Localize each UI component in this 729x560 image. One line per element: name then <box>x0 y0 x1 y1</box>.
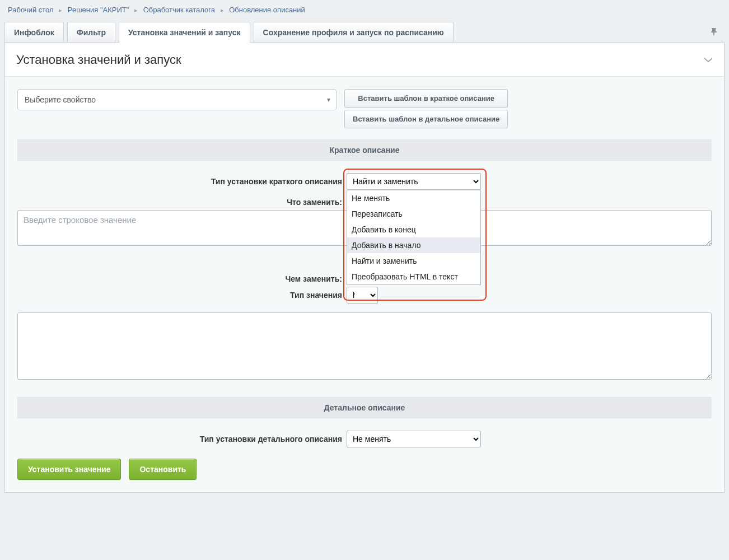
panel: Установка значений и запуск Выберите сво… <box>4 43 725 493</box>
insert-template-detail-button[interactable]: Вставить шаблон в детальное описание <box>344 110 508 128</box>
chevron-down-icon[interactable] <box>704 56 713 64</box>
pin-icon[interactable] <box>710 27 725 38</box>
tab-set-values-run[interactable]: Установка значений и запуск <box>119 22 250 43</box>
breadcrumb-item-solutions[interactable]: Решения "АКРИТ" <box>68 6 129 14</box>
dropdown-option[interactable]: Добавить в конец <box>347 222 480 237</box>
dropdown-option[interactable]: Добавить в начало <box>347 237 480 253</box>
stop-button[interactable]: Остановить <box>129 459 197 480</box>
short-desc-type-select[interactable]: Найти и заменить <box>347 173 481 190</box>
dropdown-option[interactable]: Преобразовать HTML в текст <box>347 269 480 284</box>
breadcrumb-sep: ▸ <box>221 7 224 13</box>
with-replace-label: Чем заменить: <box>17 274 342 283</box>
breadcrumb-item-update-descriptions[interactable]: Обновление описаний <box>229 6 305 14</box>
breadcrumb-sep: ▸ <box>134 7 138 13</box>
dropdown-option[interactable]: Найти и заменить <box>347 253 480 269</box>
template-button-stack: Вставить шаблон в краткое описание Встав… <box>344 89 508 128</box>
what-replace-label: Что заменить: <box>17 198 342 207</box>
with-replace-textarea[interactable] <box>17 312 712 380</box>
breadcrumb-item-desktop[interactable]: Рабочий стол <box>8 6 54 14</box>
set-value-button[interactable]: Установить значение <box>17 459 121 480</box>
breadcrumb: Рабочий стол ▸ Решения "АКРИТ" ▸ Обработ… <box>0 0 729 22</box>
detail-description-header: Детальное описание <box>17 397 712 418</box>
value-type-label: Тип значения <box>17 291 342 300</box>
detail-desc-type-select[interactable]: Не менять <box>347 431 481 447</box>
value-type-select[interactable]: html <box>347 287 378 304</box>
select-property[interactable]: Выберите свойство <box>17 89 337 110</box>
top-row: Выберите свойство Вставить шаблон в крат… <box>17 89 712 128</box>
tab-infoblock[interactable]: Инфоблок <box>4 22 64 43</box>
tabs-row: Инфоблок Фильтр Установка значений и зап… <box>0 22 729 43</box>
breadcrumb-item-handler[interactable]: Обработчик каталога <box>143 6 215 14</box>
short-description-header: Краткое описание <box>17 139 712 161</box>
short-desc-type-label: Тип установки краткого описания <box>17 177 342 186</box>
short-desc-type-dropdown: Не менять Перезаписать Добавить в конец … <box>347 190 481 285</box>
select-property-label: Выберите свойство <box>25 95 96 104</box>
dropdown-option[interactable]: Перезаписать <box>347 206 480 222</box>
tab-filter[interactable]: Фильтр <box>67 22 115 43</box>
panel-body: Выберите свойство Вставить шаблон в крат… <box>5 77 724 492</box>
breadcrumb-sep: ▸ <box>59 7 62 13</box>
panel-header: Установка значений и запуск <box>5 43 724 77</box>
tab-save-profile-schedule[interactable]: Сохранение профиля и запуск по расписани… <box>254 22 454 43</box>
dropdown-option[interactable]: Не менять <box>347 190 480 206</box>
detail-desc-type-label: Тип установки детального описания <box>17 435 342 444</box>
page-title: Установка значений и запуск <box>16 53 181 67</box>
insert-template-short-button[interactable]: Вставить шаблон в краткое описание <box>344 89 508 108</box>
bottom-button-row: Установить значение Остановить <box>17 459 712 480</box>
